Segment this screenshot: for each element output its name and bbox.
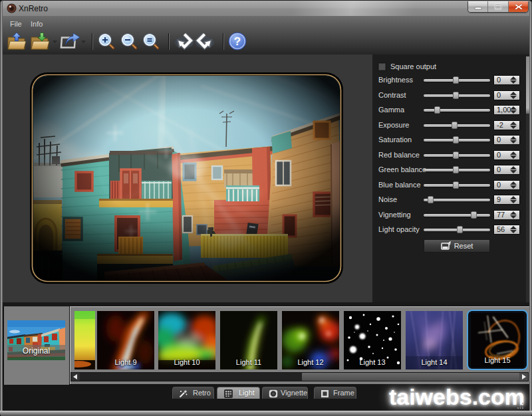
svg-text:?: ? xyxy=(234,35,241,48)
